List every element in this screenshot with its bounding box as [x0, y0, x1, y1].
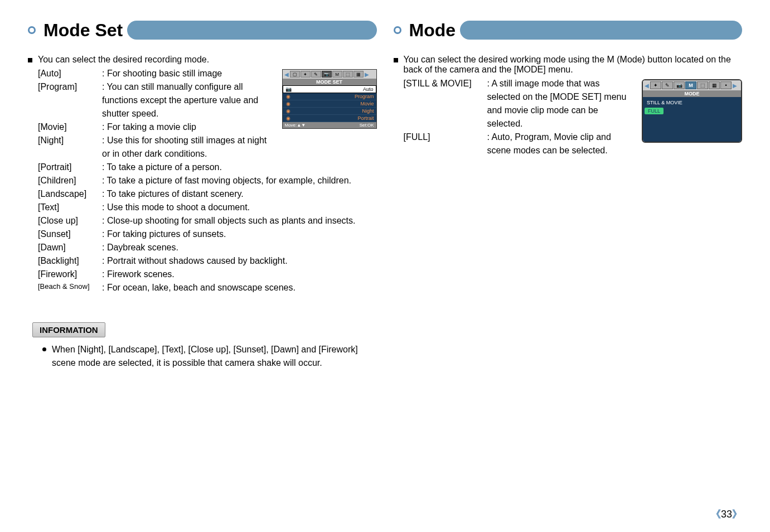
mode-description: : Firework scenes.	[102, 268, 377, 281]
bracket-icon: 》	[732, 509, 742, 520]
mode-label: [Close up]	[38, 214, 102, 228]
header-pill-decoration	[127, 21, 376, 40]
mode-list-continued: [Portrait]: To take a picture of a perso…	[38, 161, 377, 294]
mode-description: : Use this for shooting still images at …	[102, 134, 275, 161]
mini-list-item: ◉Portrait	[283, 115, 376, 122]
intro-line: You can select the desired working mode …	[394, 55, 743, 75]
mini-list-item: 📷Auto	[283, 85, 376, 93]
mode-label: [Firework]	[38, 268, 102, 281]
mode-row: [Beach & Snow]: For ocean, lake, beach a…	[38, 281, 377, 294]
mini-list-item: ◉Night	[283, 108, 376, 115]
mini-item-label: Portrait	[357, 115, 374, 121]
m-tab-icon: M	[685, 81, 696, 89]
page-number: 《33》	[711, 507, 742, 521]
mode-icon: ◉	[285, 115, 292, 121]
mode-row: [Children]: To take a picture of fast mo…	[38, 174, 377, 187]
camera-tab-icon: 📷	[322, 71, 332, 78]
mode-label: [Program]	[38, 80, 102, 120]
mode-option-still-movie: STILL & MOVIE	[645, 99, 739, 107]
mini-footer: Move:▲▼ Set:OK	[283, 122, 376, 128]
mode-row: [Firework]: Firework scenes.	[38, 268, 377, 281]
mode-header: Mode	[394, 17, 743, 43]
tab-icon: ▦	[709, 81, 720, 89]
mode-icon: ◉	[285, 94, 292, 99]
mode-description: : Close-up shooting for small objects su…	[102, 214, 377, 228]
mini-item-label: Auto	[363, 86, 374, 92]
mode-label: [Beach & Snow]	[38, 281, 102, 294]
mode-screenshot: ◀ ✦ ✎ 📷 M ⬚ ▦ • ▶ MODE STILL & MOVIE FUL…	[642, 79, 742, 143]
mode-option-full: FULL	[645, 108, 664, 114]
mode-description: : Portrait without shadows caused by bac…	[102, 254, 377, 268]
intro-line: You can select the desired recording mod…	[28, 55, 377, 65]
info-text: When [Night], [Landscape], [Text], [Clos…	[52, 343, 377, 370]
mode-label: [Children]	[38, 174, 102, 187]
square-bullet-icon	[394, 58, 398, 62]
mode-row: [Close up]: Close-up shooting for small …	[38, 214, 377, 228]
mode-label: [Text]	[38, 201, 102, 214]
tab-icon: •	[720, 81, 732, 89]
mini-item-label: Program	[355, 94, 374, 99]
mode-row: [Portrait]: To take a picture of a perso…	[38, 161, 377, 174]
left-column: Mode Set You can select the desired reco…	[28, 17, 377, 370]
mode-set-screenshot: ◀ ▢ ✦ ✎ 📷 M ⬚ ▦ ▶ MODE SET 📷Auto◉Program…	[282, 69, 377, 129]
mode-row: [Landscape]: To take pictures of distant…	[38, 187, 377, 201]
mode-description: : For taking pictures of sunsets.	[102, 228, 377, 241]
mini-tab-bar: ◀ ▢ ✦ ✎ 📷 M ⬚ ▦ ▶	[283, 70, 376, 79]
right-column: Mode You can select the desired working …	[394, 17, 743, 370]
mode-icon: ◉	[285, 108, 292, 114]
mode-label: [Portrait]	[38, 161, 102, 174]
mode-description: : You can still manually configure all f…	[102, 80, 275, 120]
mode-set-header: Mode Set	[28, 17, 377, 43]
mode-row: [Text]: Use this mode to shoot a documen…	[38, 201, 377, 214]
mode-label: [Landscape]	[38, 187, 102, 201]
mode-description: : For shooting basic still image	[102, 67, 275, 80]
mode-row: [Dawn]: Daybreak scenes.	[38, 241, 377, 254]
mode-label: [Movie]	[38, 120, 102, 134]
square-bullet-icon	[28, 58, 32, 62]
option-row: [FULL]: Auto, Program, Movie clip and sc…	[404, 130, 636, 157]
mode-row: [Program]: You can still manually config…	[38, 80, 275, 120]
information-box: INFORMATION When [Night], [Landscape], […	[32, 322, 377, 370]
mode-row: [Sunset]: For taking pictures of sunsets…	[38, 228, 377, 241]
mode-options: [STILL & MOVIE]: A still image mode that…	[404, 77, 636, 157]
tab-icon: ▢	[290, 71, 300, 78]
mini-list-item: ◉Program	[283, 93, 376, 100]
tab-icon: ▦	[353, 71, 364, 78]
mode-label: [Night]	[38, 134, 102, 161]
mode-row: [Auto]: For shooting basic still image	[38, 67, 275, 80]
section-title: Mode	[409, 20, 465, 41]
mode-icon: ◉	[285, 101, 292, 107]
intro-text: You can select the desired recording mod…	[38, 55, 209, 65]
mini-item-label: Night	[362, 108, 374, 114]
option-description: : Auto, Program, Movie clip and scene mo…	[487, 130, 636, 157]
mode-description: : For ocean, lake, beach and snowscape s…	[102, 281, 377, 294]
set-hint: Set:OK	[360, 123, 374, 128]
tab-icon: 📷	[674, 81, 685, 89]
mode-description: : Daybreak scenes.	[102, 241, 377, 254]
bracket-icon: 《	[711, 509, 721, 520]
header-bullet-icon	[394, 26, 401, 34]
right-arrow-icon: ▶	[732, 83, 738, 89]
mode-icon: 📷	[285, 86, 292, 92]
mode-description: : For taking a movie clip	[102, 120, 275, 134]
tab-icon: ⬚	[343, 71, 353, 78]
mode-label: [Backlight]	[38, 254, 102, 268]
tab-icon: ✦	[650, 81, 661, 89]
option-description: : A still image mode that was selected o…	[487, 77, 636, 130]
left-arrow-icon: ◀	[644, 83, 650, 89]
mode-mini-title: MODE	[643, 90, 741, 97]
option-label: [STILL & MOVIE]	[404, 77, 487, 130]
mode-list: [Auto]: For shooting basic still image[P…	[38, 67, 275, 161]
tab-icon: M	[332, 71, 342, 78]
mode-row: [Night]: Use this for shooting still ima…	[38, 134, 275, 161]
option-label: [FULL]	[404, 130, 487, 157]
tab-icon: ✦	[301, 71, 311, 78]
section-title: Mode Set	[43, 20, 132, 41]
option-row: [STILL & MOVIE]: A still image mode that…	[404, 77, 636, 130]
mode-label: [Auto]	[38, 67, 102, 80]
mini-list-item: ◉Movie	[283, 100, 376, 108]
mode-row: [Backlight]: Portrait without shadows ca…	[38, 254, 377, 268]
tab-icon: ✎	[311, 71, 321, 78]
mode-description: : To take pictures of distant scenery.	[102, 187, 377, 201]
mini-mode-list: 📷Auto◉Program◉Movie◉Night◉Portrait	[283, 85, 376, 122]
